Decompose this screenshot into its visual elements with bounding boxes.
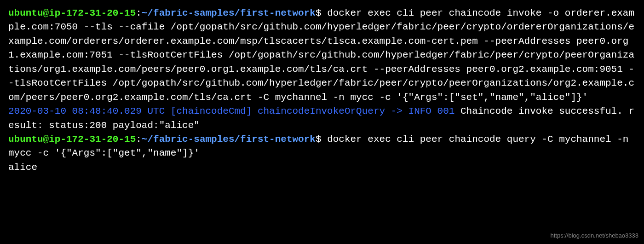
terminal-output[interactable]: ubuntu@ip-172-31-20-15:~/fabric-samples/… [8, 6, 636, 174]
prompt-working-directory: ~/fabric-samples/first-network [142, 8, 316, 18]
command-output: alice [8, 162, 37, 173]
prompt-symbol: $ [316, 134, 322, 145]
prompt-user-host: ubuntu@ip-172-31-20-15 [8, 134, 136, 145]
command-text: docker exec cli peer chaincode invoke -o… [8, 8, 634, 103]
prompt-symbol: $ [316, 8, 322, 18]
prompt-user-host: ubuntu@ip-172-31-20-15 [8, 8, 136, 18]
prompt-separator: : [136, 8, 142, 18]
watermark-text: https://blog.csdn.net/shebao3333 [550, 232, 638, 240]
prompt-separator: : [136, 134, 142, 145]
prompt-working-directory: ~/fabric-samples/first-network [142, 134, 316, 145]
log-info-prefix: 2020-03-10 08:48:40.029 UTC [chaincodeCm… [8, 106, 454, 116]
